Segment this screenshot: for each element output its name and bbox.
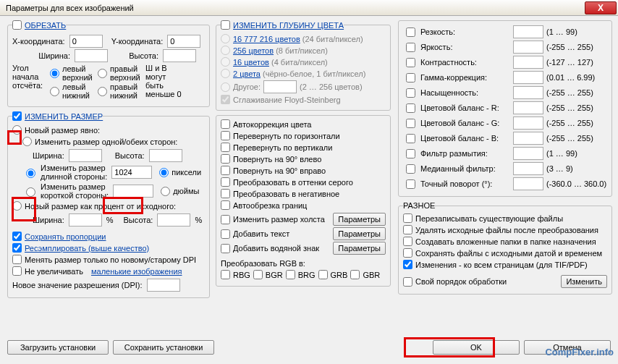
g-input[interactable]	[513, 117, 543, 130]
pw-input[interactable]	[69, 213, 102, 227]
bright-checkbox[interactable]	[406, 43, 415, 52]
c16m-radio	[221, 34, 230, 43]
rotr-checkbox[interactable]	[221, 166, 230, 175]
crop-title[interactable]: ОБРЕЗАТЬ	[25, 21, 66, 30]
rs-height-input[interactable]	[149, 149, 182, 162]
rgb-4-checkbox[interactable]	[350, 270, 360, 279]
autocrop-label: Автообрезка границ	[233, 201, 307, 210]
sharp-input[interactable]	[513, 25, 543, 38]
rotate-checkbox[interactable]	[406, 179, 415, 189]
unit-pixels-radio[interactable]	[159, 168, 169, 177]
subdirs-checkbox[interactable]	[403, 237, 412, 246]
crop-checkbox[interactable]	[12, 20, 22, 30]
rs-width-label: Ширина:	[33, 151, 64, 160]
rgb-1-checkbox[interactable]	[253, 270, 263, 279]
change-order-button[interactable]: Изменить	[561, 275, 607, 288]
rotate-input[interactable]	[513, 177, 543, 190]
canvas-params-button[interactable]: Параметры	[333, 213, 386, 226]
depth-title[interactable]: ИЗМЕНИТЬ ГЛУБИНУ ЦВЕТА	[233, 21, 344, 30]
no-enlarge-checkbox[interactable]	[12, 266, 22, 276]
blur-input[interactable]	[513, 147, 543, 160]
depth-checkbox[interactable]	[221, 20, 230, 30]
savedate-checkbox[interactable]	[403, 248, 412, 258]
watermark-params-button[interactable]: Параметры	[333, 242, 386, 255]
change-both-radio[interactable]	[22, 137, 32, 146]
r-checkbox[interactable]	[406, 103, 415, 113]
short-side-radio[interactable]	[26, 187, 35, 197]
close-button[interactable]: X	[585, 1, 617, 14]
sat-checkbox[interactable]	[406, 88, 415, 98]
sat-input[interactable]	[513, 86, 543, 99]
wh-note3: быть	[145, 81, 186, 90]
xcoord-input[interactable]	[69, 35, 103, 48]
no-enlarge-link[interactable]: маленькие изображения	[91, 267, 182, 276]
adjust-group: Резкость:(1 … 99) Яркость:(-255 … 255) К…	[398, 20, 612, 197]
overwrite-checkbox[interactable]	[403, 213, 412, 223]
autocolor-checkbox[interactable]	[221, 119, 230, 129]
crop-height-input[interactable]	[163, 49, 196, 62]
corner-ln-radio[interactable]	[50, 87, 59, 96]
contrast-checkbox[interactable]	[406, 58, 415, 67]
r-input[interactable]	[513, 101, 543, 114]
text-params-button[interactable]: Параметры	[333, 227, 386, 240]
resample-checkbox[interactable]	[12, 243, 22, 253]
allpages-checkbox[interactable]	[403, 260, 412, 269]
misc-title: РАЗНОЕ	[403, 201, 435, 210]
corner-pn-radio[interactable]	[98, 87, 107, 96]
bright-input[interactable]	[513, 41, 543, 54]
median-checkbox[interactable]	[406, 164, 415, 174]
sharp-checkbox[interactable]	[406, 27, 415, 37]
cancel-button[interactable]: Отмена	[524, 340, 611, 355]
new-dpi-input[interactable]	[147, 279, 180, 292]
g-checkbox[interactable]	[406, 119, 415, 128]
gray-checkbox[interactable]	[221, 177, 230, 187]
sharp-label: Резкость:	[420, 27, 455, 36]
subdirs-label: Создавать вложенные папки в папке назнач…	[415, 237, 596, 246]
b-checkbox[interactable]	[406, 134, 415, 143]
rgb-2-checkbox[interactable]	[286, 270, 295, 279]
text-checkbox[interactable]	[221, 229, 230, 239]
resample-label[interactable]: Ресэмплировать (выше качество)	[25, 244, 149, 253]
flipv-checkbox[interactable]	[221, 143, 230, 152]
rgb-0-checkbox[interactable]	[221, 270, 230, 279]
contrast-input[interactable]	[513, 56, 543, 69]
delsrc-checkbox[interactable]	[403, 225, 412, 234]
angle-title: Угол начала отсчёта:	[12, 64, 46, 90]
rgb-3-checkbox[interactable]	[318, 270, 328, 279]
resize-checkbox[interactable]	[12, 111, 22, 121]
canvas-checkbox[interactable]	[221, 215, 230, 224]
autocrop-checkbox[interactable]	[221, 200, 230, 210]
blur-label: Фильтр размытия:	[420, 149, 488, 158]
long-side-input[interactable]	[111, 166, 152, 179]
keep-ratio-checkbox[interactable]	[12, 232, 22, 241]
unit-inches-radio[interactable]	[161, 187, 170, 196]
overwrite-label: Перезаписывать существующие файлы	[415, 214, 563, 223]
blur-checkbox[interactable]	[406, 149, 415, 158]
watermark-checkbox[interactable]	[221, 244, 230, 253]
new-explicit-radio[interactable]	[12, 125, 22, 135]
median-input[interactable]	[513, 162, 543, 175]
corner-pv-radio[interactable]	[98, 69, 107, 78]
ycoord-input[interactable]	[167, 35, 200, 48]
resize-title[interactable]: ИЗМЕНИТЬ РАЗМЕР	[25, 112, 103, 121]
long-side-radio[interactable]	[26, 169, 35, 178]
dpi-checkbox[interactable]	[12, 255, 22, 264]
short-side-input[interactable]	[113, 185, 153, 198]
ownorder-checkbox[interactable]	[403, 277, 412, 287]
load-settings-button[interactable]: Загрузить установки	[7, 340, 109, 355]
rs-width-input[interactable]	[69, 149, 102, 162]
c256-sub: (8 бит/пиксел)	[276, 46, 328, 55]
gamma-checkbox[interactable]	[406, 73, 415, 82]
as-percent-radio[interactable]	[12, 201, 22, 211]
keep-ratio-label[interactable]: Сохранять пропорции	[25, 232, 106, 241]
neg-checkbox[interactable]	[221, 189, 230, 198]
fliph-checkbox[interactable]	[221, 131, 230, 140]
gamma-input[interactable]	[513, 71, 543, 84]
corner-lv-radio[interactable]	[50, 69, 59, 78]
crop-width-input[interactable]	[75, 49, 108, 62]
ok-button[interactable]: OK	[433, 340, 520, 355]
save-settings-button[interactable]: Сохранить установки	[113, 340, 214, 355]
rotl-checkbox[interactable]	[221, 154, 230, 164]
b-input[interactable]	[513, 132, 543, 145]
ph-input[interactable]	[157, 213, 190, 227]
